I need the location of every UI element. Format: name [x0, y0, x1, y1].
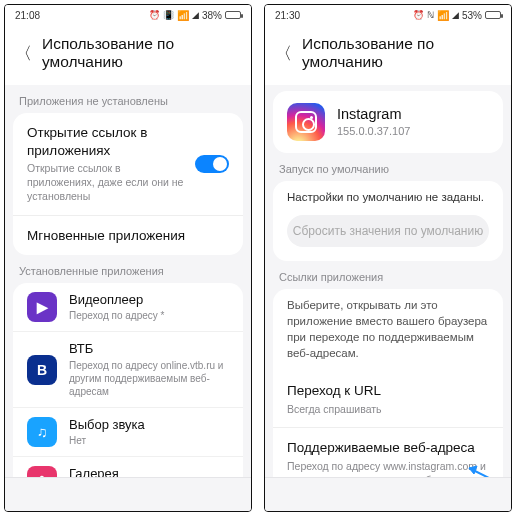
nfc-icon: ℕ: [427, 10, 434, 20]
app-version: 155.0.0.37.107: [337, 124, 489, 138]
app-sub: Переход по адресу *: [69, 309, 229, 322]
nav-recents-button[interactable]: [35, 484, 57, 506]
alarm-icon: ⏰: [149, 10, 160, 20]
app-name: Выбор звука: [69, 417, 229, 433]
goto-url-title: Переход к URL: [287, 382, 489, 400]
nav-back-button[interactable]: [199, 484, 221, 506]
status-time: 21:08: [15, 10, 40, 21]
nav-home-button[interactable]: [377, 484, 399, 506]
app-name: Instagram: [337, 105, 489, 123]
wifi-icon: 📶: [437, 10, 449, 21]
installed-app-list: ▶ВидеоплеерПереход по адресу *ВВТБПерехо…: [13, 283, 243, 477]
nav-back-button[interactable]: [459, 484, 481, 506]
open-links-title: Открытие ссылок в приложениях: [27, 124, 229, 159]
app-bar: 〈 Использование по умолчанию: [265, 25, 511, 85]
app-row[interactable]: ✿ГалереяНет: [13, 456, 243, 477]
links-description: Выберите, открывать ли это приложение вм…: [273, 289, 503, 371]
instagram-icon: [287, 103, 325, 141]
supported-row[interactable]: Поддерживаемые веб-адреса Переход по адр…: [273, 427, 503, 477]
nav-home-button[interactable]: [117, 484, 139, 506]
app-header-row: Instagram 155.0.0.37.107: [273, 91, 503, 153]
app-icon: ♫: [27, 417, 57, 447]
app-sub: Переход по адресу online.vtb.ru и другим…: [69, 359, 229, 398]
svg-rect-9: [382, 489, 394, 501]
back-icon[interactable]: 〈: [15, 45, 32, 62]
app-bar: 〈 Использование по умолчанию: [5, 25, 251, 85]
instant-apps-row[interactable]: Мгновенные приложения: [13, 215, 243, 256]
battery-icon: [485, 11, 501, 19]
app-name: Галерея: [69, 466, 229, 477]
supported-title: Поддерживаемые веб-адреса: [287, 439, 489, 457]
section-links: Ссылки приложения: [265, 261, 511, 289]
section-installed: Установленные приложения: [5, 255, 251, 283]
wifi-icon: 📶: [177, 10, 189, 21]
page-title: Использование по умолчанию: [42, 35, 239, 71]
battery-pct: 38%: [202, 10, 222, 21]
page-title: Использование по умолчанию: [302, 35, 499, 71]
app-icon: ✿: [27, 466, 57, 477]
vibrate-icon: 📳: [163, 10, 174, 20]
battery-pct: 53%: [462, 10, 482, 21]
goto-url-row[interactable]: Переход к URL Всегда спрашивать: [273, 371, 503, 427]
app-row[interactable]: ♫Выбор звукаНет: [13, 407, 243, 456]
app-sub: Нет: [69, 434, 229, 447]
system-nav: [265, 477, 511, 511]
defaults-text: Настройки по умолчанию не заданы.: [273, 181, 503, 215]
instant-apps-title: Мгновенные приложения: [27, 227, 229, 245]
open-links-toggle[interactable]: [195, 155, 229, 173]
status-bar: 21:30 ⏰ ℕ 📶 ◢ 53%: [265, 5, 511, 25]
section-not-installed: Приложения не установлены: [5, 85, 251, 113]
open-links-row[interactable]: Открытие ссылок в приложениях Открытие с…: [13, 113, 243, 215]
status-time: 21:30: [275, 10, 300, 21]
back-icon[interactable]: 〈: [275, 45, 292, 62]
section-launch: Запуск по умолчанию: [265, 153, 511, 181]
goto-url-sub: Всегда спрашивать: [287, 402, 489, 416]
svg-rect-3: [122, 489, 134, 501]
nav-recents-button[interactable]: [295, 484, 317, 506]
phone-left: 21:08 ⏰ 📳 📶 ◢ 38% 〈 Использование по умо…: [4, 4, 252, 512]
signal-icon: ◢: [452, 10, 459, 20]
reset-defaults-button[interactable]: Сбросить значения по умолчанию: [287, 215, 489, 247]
app-row[interactable]: ▶ВидеоплеерПереход по адресу *: [13, 283, 243, 331]
app-name: ВТБ: [69, 341, 229, 357]
app-row[interactable]: ВВТБПереход по адресу online.vtb.ru и др…: [13, 331, 243, 406]
system-nav: [5, 477, 251, 511]
signal-icon: ◢: [192, 10, 199, 20]
app-name: Видеоплеер: [69, 292, 229, 308]
battery-icon: [225, 11, 241, 19]
status-bar: 21:08 ⏰ 📳 📶 ◢ 38%: [5, 5, 251, 25]
app-icon: ▶: [27, 292, 57, 322]
app-icon: В: [27, 355, 57, 385]
supported-sub: Переход по адресу www.instagram.com и др…: [287, 459, 489, 477]
alarm-icon: ⏰: [413, 10, 424, 20]
phone-right: 21:30 ⏰ ℕ 📶 ◢ 53% 〈 Использование по умо…: [264, 4, 512, 512]
